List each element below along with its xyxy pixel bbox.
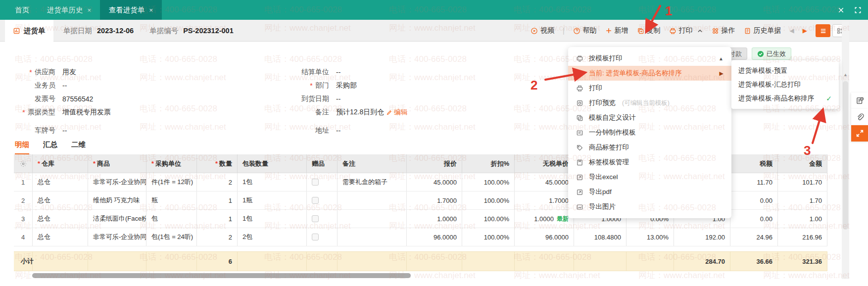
cell-idx: 3 — [14, 210, 33, 228]
print-menu-item-suffix: (可编辑当前模板) — [622, 99, 670, 107]
gift-checkbox[interactable] — [312, 179, 319, 186]
print-menu-item-4[interactable]: 打印预览(可编辑当前模板) — [568, 95, 731, 110]
print-menu-item-10[interactable]: 导出pdf — [568, 185, 731, 199]
field-value: 87556542 — [62, 95, 93, 103]
cell-product: 非常可乐-企业协同 — [88, 173, 146, 191]
print-menu-item-6[interactable]: 一分钟制作模板 — [568, 125, 731, 140]
tagprint-icon — [576, 144, 583, 151]
cell-amount: 1.70 — [778, 191, 827, 209]
cell-value: 45.0000 — [545, 179, 569, 186]
gift-checkbox[interactable] — [312, 234, 319, 240]
column-settings-gear-icon[interactable] — [20, 160, 27, 167]
detail-tab-3[interactable]: 二维 — [71, 140, 86, 155]
doc-history-side-button[interactable] — [851, 93, 868, 109]
cell-value: 2 — [229, 179, 232, 186]
top-tab-2[interactable]: 进货单历史× — [38, 0, 100, 20]
required-mark: * — [215, 160, 218, 167]
print-button[interactable]: 打印 — [669, 26, 693, 35]
expand-side-button[interactable] — [851, 125, 868, 142]
template-option-1[interactable]: 进货单模板-预置 — [731, 64, 839, 78]
close-icon[interactable] — [836, 5, 845, 14]
top-tab-label: 进货单历史 — [47, 5, 83, 15]
vertical-scrollbar[interactable]: ▲ — [842, 22, 849, 279]
cell-value: 2包 — [242, 233, 252, 241]
print-menu-item-9[interactable]: 导出excel — [568, 170, 731, 185]
action-button[interactable]: 操作 — [712, 26, 735, 35]
cell-unit: 瓶 — [146, 191, 197, 209]
required-mark: * — [22, 108, 26, 116]
expand-arrows-icon — [856, 129, 864, 138]
watermark-phone: 电话：400-665-0028 — [389, 53, 467, 65]
cell-amount: 216.96 — [778, 228, 827, 246]
print-menu-item-label: 打印 — [589, 84, 602, 93]
subtotal-gift — [307, 252, 338, 271]
print-menu-item-3[interactable]: 打印 — [568, 81, 731, 95]
print-menu-item-7[interactable]: 商品标签打印 — [568, 140, 731, 155]
print-menu-item-5[interactable]: 模板自定义设计 — [568, 110, 731, 125]
scroll-up-icon[interactable]: ▲ — [843, 72, 848, 77]
export-icon — [576, 189, 583, 196]
cell-gift — [307, 210, 338, 228]
detail-tab-2[interactable]: 汇总 — [43, 140, 57, 155]
fullscreen-icon[interactable] — [853, 5, 862, 14]
print-menu-item-label: 当前: 进货单模板-商品名称排序 — [589, 69, 682, 78]
print-menu-item-2[interactable]: 当前: 进货单模板-商品名称排序▶ — [568, 66, 731, 81]
template-option-2[interactable]: 进货单模板-汇总打印 — [731, 78, 839, 92]
submenu-arrow-icon: ▶ — [720, 70, 723, 77]
top-tab-3[interactable]: 查看进货单× — [100, 0, 162, 20]
subtotal-discount — [462, 252, 515, 271]
latest-price-badge: 最新 — [557, 215, 569, 223]
print-menu-caret-icon[interactable] — [697, 28, 703, 34]
detail-tab-1[interactable]: 明细 — [15, 140, 29, 155]
doc-no-value: PS-202312-001 — [183, 27, 234, 35]
watermark-site: 网址：www.chanjet.net — [763, 270, 850, 281]
print-menu-item-label: 标签模板管理 — [589, 158, 629, 167]
print-menu-item-8[interactable]: 标签模板管理 — [568, 155, 731, 170]
table-row-4[interactable]: 4总仓非常可乐-企业协同包(1包 = 24听)22包96.0000100.00%… — [14, 228, 827, 246]
doc-clock-icon — [856, 96, 864, 105]
field-value: -- — [62, 82, 67, 90]
doc-tab[interactable]: 进货单 — [5, 20, 53, 42]
top-tab-1[interactable]: 首页 — [6, 0, 38, 20]
edit-note-button[interactable]: 编辑 — [386, 108, 407, 117]
subtotal-value: 321.36 — [802, 258, 822, 265]
cell-price: 45.0000 — [407, 173, 462, 191]
field-value: -- — [336, 127, 340, 135]
cell-value: 1.7000 — [549, 197, 569, 204]
subtotal-unit — [146, 252, 197, 271]
top-tab-label: 首页 — [15, 5, 29, 15]
horizontal-scrollbar[interactable] — [32, 273, 411, 278]
tab-close-icon[interactable]: × — [149, 6, 153, 14]
cell-value: 11.70 — [757, 179, 772, 186]
prev-doc-icon[interactable]: ◀ — [790, 27, 794, 34]
toolbar-actions: 视频 | 帮助 新增 复制 打印 — [530, 20, 847, 42]
next-doc-icon[interactable]: ▶ — [803, 27, 807, 34]
copy-button[interactable]: 复制 — [637, 26, 661, 35]
list-view-toggle[interactable] — [816, 24, 830, 37]
check-circle-icon — [757, 50, 764, 57]
cell-value: 1.70 — [810, 197, 822, 204]
cell-value: 100.00% — [484, 197, 509, 204]
gift-checkbox[interactable] — [312, 197, 319, 204]
tab-close-icon[interactable]: × — [88, 6, 92, 14]
gift-checkbox[interactable] — [312, 215, 319, 222]
print-menu-item-1[interactable]: 按模板打印▲ — [568, 51, 731, 66]
print-menu-item-11[interactable]: 导出图片 — [568, 199, 731, 214]
attachment-side-button[interactable] — [851, 109, 868, 125]
add-button[interactable]: 新增 — [605, 26, 628, 35]
watermark-site: 网址：www.chanjet.net — [638, 270, 725, 281]
cell-value: 非常可乐-企业协同 — [93, 233, 146, 241]
field-label: 票据类型 — [28, 108, 55, 117]
cell-pack_qty: 1包 — [238, 210, 307, 228]
video-button[interactable]: 视频 — [530, 26, 554, 35]
field-value: 增值税专用发票 — [62, 108, 111, 117]
cell-warehouse: 总仓 — [33, 173, 88, 191]
cell-value: 总仓 — [38, 196, 50, 205]
template-option-3[interactable]: 进货单模板-商品名称排序✓ — [731, 92, 839, 105]
history-button[interactable]: 历史单据 — [744, 26, 781, 35]
annotation-arrow-3 — [813, 111, 822, 143]
column-header-tax: 税额 — [730, 154, 778, 173]
vertical-scroll-thumb[interactable] — [843, 81, 848, 230]
column-header-label: 赠品 — [312, 159, 325, 168]
help-button[interactable]: 帮助 — [573, 26, 597, 35]
